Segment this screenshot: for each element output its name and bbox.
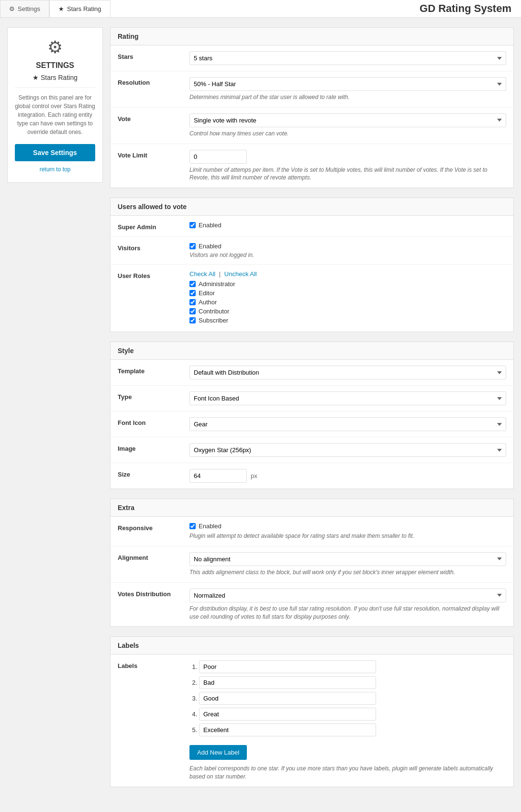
list-item (199, 723, 506, 736)
author-checkbox-label[interactable]: Author (189, 299, 506, 306)
list-item: Contributor (189, 308, 506, 315)
uncheck-all-link[interactable]: Uncheck All (224, 270, 257, 278)
administrator-label: Administrator (199, 280, 235, 288)
responsive-hint: Plugin will attempt to detect available … (189, 532, 506, 540)
vote-limit-hint: Limit number of attemps per item. If the… (189, 166, 506, 182)
rating-section-title: Rating (118, 33, 506, 40)
contributor-checkbox[interactable] (189, 308, 196, 314)
labels-hint: Each label corresponds to one star. If y… (189, 765, 506, 781)
extra-section-header: Extra (111, 499, 513, 517)
style-section-title: Style (118, 347, 506, 355)
label-input-1[interactable] (199, 660, 376, 673)
alignment-row: Alignment No alignment This adds alignem… (111, 546, 513, 583)
return-to-top-link[interactable]: return to top (15, 166, 95, 173)
editor-label: Editor (199, 289, 215, 297)
labels-section-header: Labels (111, 637, 513, 655)
super-admin-control: Enabled (189, 222, 506, 229)
responsive-row: Responsive Enabled Plugin will attempt t… (111, 517, 513, 546)
stars-rating-tab[interactable]: ★ Stars Rating (49, 0, 111, 17)
settings-tab[interactable]: ⚙ Settings (0, 0, 49, 17)
template-select[interactable]: Default with Distribution (189, 366, 506, 379)
alignment-select[interactable]: No alignment (189, 552, 506, 566)
super-admin-row: Super Admin Enabled (111, 216, 513, 237)
settings-icon: ⚙ (9, 5, 15, 12)
roles-links: Check All | Uncheck All (189, 270, 506, 278)
font-icon-control: Gear (189, 417, 506, 431)
votes-dist-hint: For distribution display, it is best to … (189, 605, 506, 621)
type-select[interactable]: Font Icon Based (189, 391, 506, 405)
user-roles-label: User Roles (118, 270, 189, 279)
vote-select[interactable]: Single vote with revote (189, 113, 506, 127)
responsive-label: Responsive (118, 523, 189, 532)
visitors-checkbox[interactable] (189, 243, 196, 249)
contributor-label: Contributor (199, 308, 229, 315)
administrator-checkbox-label[interactable]: Administrator (189, 280, 506, 288)
votes-dist-select[interactable]: Normalized (189, 589, 506, 602)
main-content: Rating Stars 5 stars Resolution 50% - (110, 27, 514, 797)
list-item: Administrator (189, 280, 506, 288)
visitors-checkbox-label[interactable]: Enabled (189, 243, 506, 250)
roles-list: Administrator Editor (189, 280, 506, 324)
visitors-control: Enabled Visitors are not logged in. (189, 243, 506, 258)
editor-checkbox[interactable] (189, 290, 196, 296)
resolution-row: Resolution 50% - Half Star Determines mi… (111, 71, 513, 108)
template-row: Template Default with Distribution (111, 360, 513, 386)
size-input[interactable] (189, 469, 247, 483)
resolution-select[interactable]: 50% - Half Star (189, 77, 506, 91)
editor-checkbox-label[interactable]: Editor (189, 289, 506, 297)
responsive-text: Enabled (199, 523, 222, 530)
star-icon: ★ (58, 5, 64, 12)
visitors-row: Visitors Enabled Visitors are not logged… (111, 237, 513, 265)
size-unit: px (251, 472, 257, 479)
super-admin-checkbox-label[interactable]: Enabled (189, 222, 506, 229)
list-item: Author (189, 299, 506, 306)
save-settings-button[interactable]: Save Settings (15, 144, 95, 161)
roles-separator: | (219, 270, 222, 278)
resolution-label: Resolution (118, 77, 189, 86)
labels-section-body: Labels (111, 655, 513, 787)
check-all-link[interactable]: Check All (189, 270, 215, 278)
style-section-body: Template Default with Distribution Type … (111, 360, 513, 489)
votes-dist-row: Votes Distribution Normalized For distri… (111, 583, 513, 627)
template-label: Template (118, 366, 189, 375)
administrator-checkbox[interactable] (189, 281, 196, 287)
label-input-4[interactable] (199, 708, 376, 721)
stars-select[interactable]: 5 stars (189, 51, 506, 65)
sidebar-description: Settings on this panel are for global co… (15, 87, 95, 136)
add-new-label-button[interactable]: Add New Label (189, 745, 247, 760)
users-section-body: Super Admin Enabled Visitors Enabled (111, 216, 513, 332)
super-admin-checkbox[interactable] (189, 222, 196, 228)
responsive-checkbox[interactable] (189, 523, 196, 529)
font-icon-select[interactable]: Gear (189, 417, 506, 431)
labels-ordered-list (189, 660, 506, 736)
size-label: Size (118, 469, 189, 478)
vote-limit-label: Vote Limit (118, 150, 189, 159)
image-label: Image (118, 443, 189, 452)
vote-hint: Control how many times user can vote. (189, 130, 506, 138)
list-item (199, 660, 506, 673)
vote-limit-input[interactable] (189, 150, 247, 164)
label-input-3[interactable] (199, 692, 376, 705)
subscriber-label: Subscriber (199, 317, 228, 324)
size-control: px (189, 469, 506, 483)
super-admin-text: Enabled (199, 222, 222, 229)
contributor-checkbox-label[interactable]: Contributor (189, 308, 506, 315)
visitors-label: Visitors (118, 243, 189, 252)
template-control: Default with Distribution (189, 366, 506, 379)
stars-control: 5 stars (189, 51, 506, 65)
sidebar-box: ⚙ SETTINGS ★ Stars Rating Settings on th… (7, 27, 103, 183)
subscriber-checkbox[interactable] (189, 317, 196, 323)
size-row: Size px (111, 463, 513, 489)
alignment-control: No alignment This adds alignement class … (189, 552, 506, 577)
author-checkbox[interactable] (189, 299, 196, 305)
subscriber-checkbox-label[interactable]: Subscriber (189, 317, 506, 324)
author-label: Author (199, 299, 217, 306)
stars-label: Stars (118, 51, 189, 60)
responsive-checkbox-label[interactable]: Enabled (189, 523, 506, 530)
labels-section-title: Labels (118, 642, 506, 649)
image-select[interactable]: Oxygen Star (256px) (189, 443, 506, 457)
font-icon-label: Font Icon (118, 417, 189, 426)
list-item (199, 676, 506, 689)
label-input-2[interactable] (199, 676, 376, 689)
label-input-5[interactable] (199, 723, 376, 736)
